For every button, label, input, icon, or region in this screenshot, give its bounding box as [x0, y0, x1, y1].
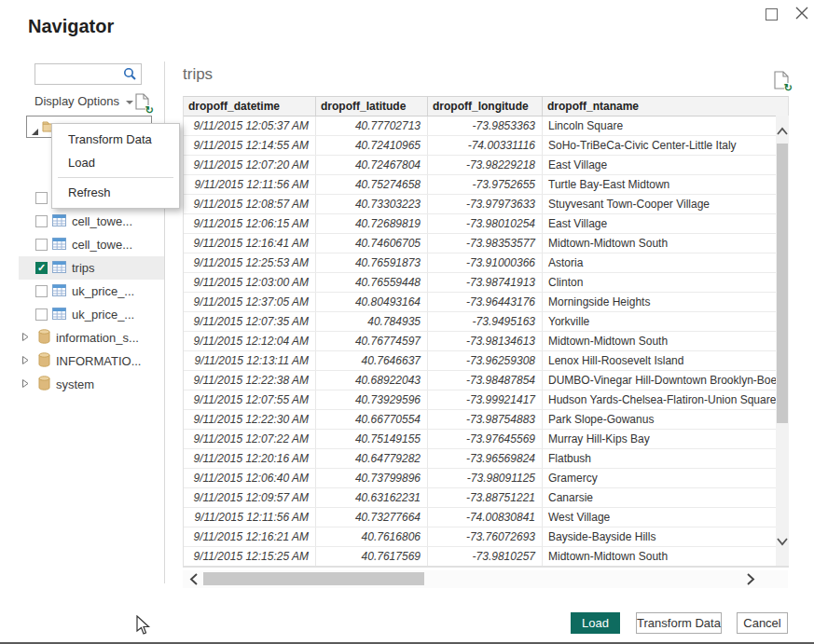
table-cell: -73.97973633 — [428, 195, 543, 213]
table-checkbox[interactable] — [35, 215, 48, 227]
horizontal-scrollbar[interactable] — [183, 570, 788, 588]
table-cell: 40.75274658 — [316, 175, 428, 194]
database-label[interactable]: system — [56, 377, 94, 391]
expanded-triangle-icon[interactable] — [31, 123, 40, 140]
table-row: 9/11/2015 12:14:55 AM40.72410965-74.0033… — [184, 136, 788, 156]
column-header: dropoff_latitude — [316, 97, 428, 116]
expand-triangle-icon[interactable] — [21, 331, 30, 345]
database-icon — [38, 352, 50, 370]
table-cell: 40.7616806 — [316, 528, 428, 546]
display-options-dropdown[interactable]: Display Options — [34, 94, 133, 108]
table-cell: Turtle Bay-East Midtown — [543, 175, 788, 194]
table-cell: 40.76559448 — [316, 273, 428, 292]
tree-item-table[interactable]: cell_towe... — [19, 210, 164, 233]
scroll-right-icon[interactable] — [745, 572, 756, 590]
tree-item-database[interactable]: information_s... — [19, 326, 164, 349]
table-cell: 9/11/2015 12:22:38 AM — [184, 371, 316, 390]
table-label[interactable]: trips — [72, 261, 95, 275]
horizontal-scroll-thumb[interactable] — [203, 572, 424, 585]
data-preview-table: dropoff_datetimedropoff_latitudedropoff_… — [183, 96, 789, 568]
table-cell: Canarsie — [543, 488, 788, 507]
table-cell: 40.77702713 — [316, 116, 428, 135]
mouse-cursor — [136, 615, 151, 639]
search-input[interactable] — [38, 65, 122, 83]
table-row: 9/11/2015 12:06:40 AM40.73799896-73.9809… — [184, 469, 788, 488]
table-icon — [52, 261, 66, 276]
navigator-dialog: Navigator Display Options ↻ Transform Da… — [0, 0, 814, 644]
table-cell: -73.98487854 — [428, 371, 543, 390]
table-cell: -73.99921417 — [428, 391, 543, 409]
context-menu-item[interactable]: Refresh — [52, 181, 179, 204]
tree-item-database[interactable]: INFORMATIO... — [19, 349, 164, 373]
table-label[interactable]: cell_towe... — [72, 214, 132, 228]
table-cell: 9/11/2015 12:22:30 AM — [184, 410, 316, 429]
table-icon — [52, 238, 66, 253]
scroll-down-icon[interactable] — [776, 534, 789, 551]
table-row: 9/11/2015 12:12:04 AM40.76774597-73.9813… — [184, 332, 788, 351]
table-cell: Lenox Hill-Roosevelt Island — [543, 351, 788, 370]
cancel-button[interactable]: Cancel — [737, 612, 788, 634]
table-cell: Flatbush — [543, 449, 788, 468]
table-checkbox[interactable] — [35, 239, 48, 251]
table-cell: 9/11/2015 12:09:57 AM — [184, 488, 316, 507]
database-label[interactable]: INFORMATIO... — [56, 354, 141, 368]
table-cell: 9/11/2015 12:05:37 AM — [184, 116, 316, 135]
search-box[interactable] — [34, 63, 142, 85]
table-cell: East Village — [543, 214, 788, 233]
table-checkbox[interactable] — [35, 285, 48, 297]
expand-triangle-icon[interactable] — [21, 354, 30, 368]
close-icon[interactable] — [793, 5, 810, 21]
table-cell: -73.98010254 — [428, 214, 543, 233]
tree-item-database[interactable]: system — [19, 373, 164, 396]
database-icon — [38, 376, 50, 393]
tree-item-table[interactable]: uk_price_... — [19, 280, 164, 303]
maximize-icon[interactable] — [766, 8, 778, 21]
context-menu: Transform DataLoadRefresh — [51, 123, 180, 209]
table-cell: -73.96443176 — [428, 293, 543, 311]
tree-item-table[interactable]: trips — [19, 256, 164, 280]
refresh-arrows-icon: ↻ — [784, 83, 793, 92]
table-cell: Clinton — [543, 273, 788, 292]
table-label[interactable]: cell_towe... — [72, 238, 132, 252]
table-cell: -73.98741913 — [428, 273, 543, 292]
table-cell: -74.00830841 — [428, 508, 543, 527]
table-cell: 40.73303223 — [316, 195, 428, 213]
tree-item-table[interactable]: cell_towe... — [19, 233, 164, 256]
database-label[interactable]: information_s... — [56, 331, 139, 345]
table-cell: 9/11/2015 12:16:21 AM — [184, 528, 316, 546]
table-row: 9/11/2015 12:07:20 AM40.72467804-73.9822… — [184, 156, 788, 175]
context-menu-item[interactable]: Transform Data — [52, 128, 179, 151]
table-cell: Midtown-Midtown South — [543, 234, 788, 253]
table-cell: 9/11/2015 12:06:15 AM — [184, 214, 316, 233]
refresh-list-icon[interactable]: ↻ — [135, 93, 151, 112]
load-button[interactable]: Load — [571, 612, 620, 634]
table-checkbox[interactable] — [35, 308, 48, 321]
table-cell: DUMBO-Vinegar Hill-Downtown Brooklyn-Boe… — [543, 371, 788, 390]
table-label[interactable]: uk_price_... — [72, 308, 134, 322]
table-cell: 9/11/2015 12:13:11 AM — [184, 351, 316, 370]
transform-data-button[interactable]: Transform Data — [636, 612, 722, 634]
table-cell: SoHo-TriBeCa-Civic Center-Little Italy — [543, 136, 788, 155]
table-cell: -73.98229218 — [428, 156, 543, 174]
table-cell: Midtown-Midtown South — [543, 547, 788, 566]
search-icon[interactable] — [123, 67, 137, 85]
table-row: 9/11/2015 12:13:11 AM40.7646637-73.96259… — [184, 351, 788, 371]
context-menu-item[interactable]: Load — [52, 151, 179, 174]
scroll-up-icon[interactable] — [776, 124, 789, 141]
table-checkbox[interactable] — [35, 262, 48, 274]
tree-item-table[interactable]: uk_price_... — [19, 303, 164, 326]
table-row: 9/11/2015 12:20:16 AM40.64779282-73.9656… — [184, 449, 788, 469]
refresh-preview-icon[interactable]: ↻ — [774, 71, 790, 89]
table-cell: 40.76591873 — [316, 253, 428, 272]
table-cell: 9/11/2015 12:07:20 AM — [184, 156, 316, 174]
scroll-left-icon[interactable] — [188, 572, 200, 590]
table-icon — [52, 284, 66, 299]
vertical-scroll-thumb[interactable] — [777, 144, 788, 423]
vertical-scrollbar[interactable] — [776, 116, 789, 566]
expand-triangle-icon[interactable] — [21, 377, 30, 391]
table-checkbox[interactable] — [35, 192, 48, 204]
table-cell: 9/11/2015 12:20:16 AM — [184, 449, 316, 468]
table-row: 9/11/2015 12:05:37 AM40.77702713-73.9853… — [184, 116, 788, 136]
table-label[interactable]: uk_price_... — [72, 284, 134, 298]
table-cell: East Village — [543, 156, 788, 174]
